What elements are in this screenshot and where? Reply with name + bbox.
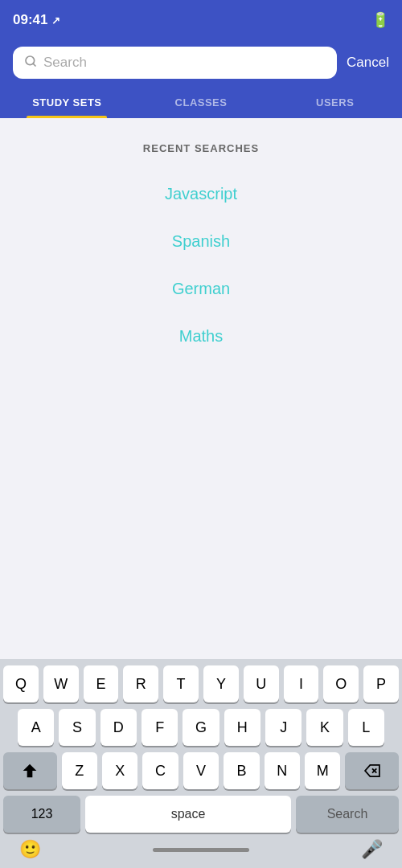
cancel-button[interactable]: Cancel xyxy=(347,47,389,79)
time-label: 09:41 xyxy=(13,12,47,28)
key-z[interactable]: Z xyxy=(62,752,97,789)
tab-users[interactable]: USERS xyxy=(268,88,402,118)
keyboard-row-bottom: 123 space Search xyxy=(3,796,399,833)
emoji-icon[interactable]: 🙂 xyxy=(19,839,41,860)
search-bar: Cancel xyxy=(0,40,402,79)
home-indicator xyxy=(153,848,249,852)
tab-classes[interactable]: CLASSES xyxy=(134,88,269,118)
key-l[interactable]: L xyxy=(348,709,384,746)
keyboard: Q W E R T Y U I O P A S D F G H J K L Z … xyxy=(0,659,402,868)
status-icons: 🔋 xyxy=(371,11,389,29)
key-c[interactable]: C xyxy=(142,752,178,789)
keyboard-row-2: A S D F G H J K L xyxy=(3,709,399,746)
key-n[interactable]: N xyxy=(265,752,300,789)
status-bar: 09:41 ↗ 🔋 xyxy=(0,0,402,40)
key-y[interactable]: Y xyxy=(203,665,239,702)
keyboard-bottom-bar: 🙂 🎤 xyxy=(3,839,399,868)
key-k[interactable]: K xyxy=(306,709,343,746)
key-p[interactable]: P xyxy=(363,665,399,702)
list-item[interactable]: Spanish xyxy=(0,218,402,265)
keyboard-row-3: Z X C V B N M xyxy=(3,752,399,789)
mic-icon[interactable]: 🎤 xyxy=(361,839,383,860)
key-r[interactable]: R xyxy=(123,665,158,702)
location-icon: ↗ xyxy=(51,14,60,27)
key-d[interactable]: D xyxy=(100,709,137,746)
content-area: RECENT SEARCHES Javascript Spanish Germa… xyxy=(0,118,402,376)
list-item[interactable]: German xyxy=(0,265,402,313)
search-icon xyxy=(24,55,37,71)
search-input-wrap[interactable] xyxy=(13,47,337,79)
search-input[interactable] xyxy=(43,55,326,71)
key-num[interactable]: 123 xyxy=(3,796,80,833)
keyboard-row-1: Q W E R T Y U I O P xyxy=(3,665,399,702)
list-item[interactable]: Javascript xyxy=(0,170,402,218)
key-shift[interactable] xyxy=(3,752,57,789)
key-u[interactable]: U xyxy=(244,665,279,702)
key-v[interactable]: V xyxy=(183,752,219,789)
key-g[interactable]: G xyxy=(183,709,219,746)
battery-icon: 🔋 xyxy=(371,11,389,29)
key-t[interactable]: T xyxy=(163,665,199,702)
tab-study-sets[interactable]: STUDY SETS xyxy=(0,88,134,118)
key-f[interactable]: F xyxy=(142,709,178,746)
tabs: STUDY SETS CLASSES USERS xyxy=(0,79,402,118)
key-m[interactable]: M xyxy=(305,752,340,789)
key-h[interactable]: H xyxy=(224,709,260,746)
key-w[interactable]: W xyxy=(43,665,79,702)
key-q[interactable]: Q xyxy=(3,665,39,702)
list-item[interactable]: Maths xyxy=(0,313,402,360)
key-j[interactable]: J xyxy=(265,709,302,746)
status-time: 09:41 ↗ xyxy=(13,12,60,28)
recent-searches-label: RECENT SEARCHES xyxy=(0,142,402,154)
key-s[interactable]: S xyxy=(59,709,95,746)
svg-line-1 xyxy=(33,63,35,66)
key-o[interactable]: O xyxy=(323,665,359,702)
key-space[interactable]: space xyxy=(85,796,291,833)
key-x[interactable]: X xyxy=(102,752,137,789)
key-i[interactable]: I xyxy=(284,665,319,702)
key-a[interactable]: A xyxy=(18,709,54,746)
key-b[interactable]: B xyxy=(224,752,259,789)
key-backspace[interactable] xyxy=(345,752,399,789)
key-search[interactable]: Search xyxy=(296,796,399,833)
key-e[interactable]: E xyxy=(84,665,119,702)
